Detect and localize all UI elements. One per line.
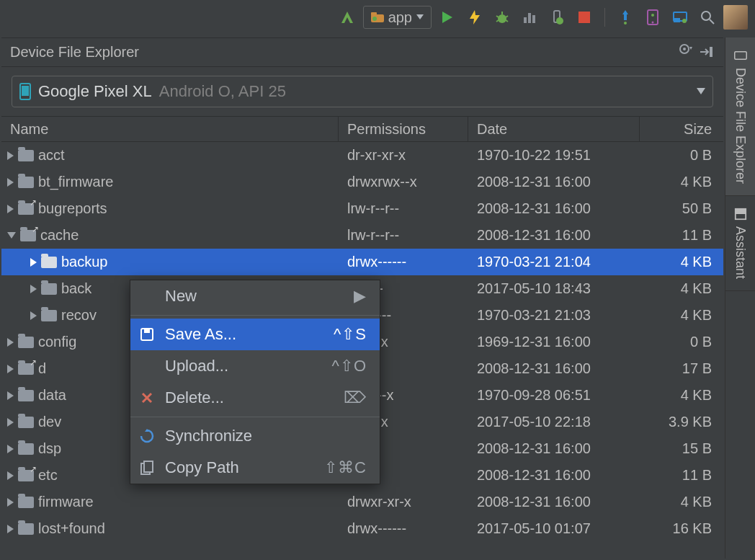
file-name: cache	[40, 227, 79, 244]
menu-item-delete[interactable]: Delete...⌦	[130, 382, 380, 414]
expand-icon[interactable]	[7, 418, 14, 427]
table-row[interactable]: acctdr-xr-xr-x1970-10-22 19:510 B	[1, 142, 723, 169]
expand-icon[interactable]	[7, 338, 14, 347]
menu-shortcut: ^⇧O	[332, 357, 367, 375]
table-row[interactable]: bt_firmwaredrwxrwx--x2008-12-31 16:004 K…	[1, 169, 723, 195]
toolbar-separator	[604, 8, 605, 27]
panel-hide-button[interactable]	[700, 44, 715, 61]
table-header: Name Permissions Date Size	[1, 116, 723, 142]
file-permissions: drwx------	[339, 520, 468, 537]
run-button[interactable]	[436, 6, 459, 29]
file-size: 11 B	[640, 227, 723, 244]
expand-icon[interactable]	[30, 258, 37, 267]
file-size: 4 KB	[640, 280, 723, 297]
svg-rect-1	[371, 12, 377, 16]
file-name: data	[38, 387, 66, 404]
file-date: 2008-12-31 16:00	[468, 360, 640, 377]
svg-point-3	[498, 14, 506, 23]
file-date: 1970-09-28 06:51	[468, 387, 640, 404]
menu-item-copy-path[interactable]: Copy Path⇧⌘C	[130, 452, 380, 484]
column-header-permissions[interactable]: Permissions	[339, 117, 468, 141]
column-header-name[interactable]: Name	[1, 117, 339, 141]
delete-icon	[139, 391, 155, 404]
expand-icon[interactable]	[7, 445, 14, 453]
stop-button[interactable]	[573, 6, 596, 29]
expand-icon[interactable]	[7, 525, 14, 533]
expand-icon[interactable]	[7, 365, 14, 373]
make-button[interactable]	[336, 6, 359, 29]
svg-point-10	[624, 22, 627, 25]
expand-icon[interactable]	[7, 205, 14, 213]
sdk-manager-button[interactable]	[669, 6, 692, 29]
module-selector[interactable]: app	[363, 6, 432, 29]
file-date: 2008-12-31 16:00	[468, 467, 640, 484]
menu-item-new[interactable]: New▶	[130, 280, 380, 312]
expand-icon[interactable]	[30, 311, 37, 320]
file-name: lost+found	[38, 520, 105, 537]
file-name: dev	[38, 414, 61, 430]
folder-icon	[18, 177, 34, 188]
panel-settings-button[interactable]	[679, 43, 693, 61]
menu-item-upload[interactable]: Upload...^⇧O	[130, 350, 380, 382]
sync-icon	[139, 429, 155, 443]
menu-item-save-as[interactable]: Save As...^⇧S	[130, 319, 380, 350]
svg-rect-27	[144, 329, 150, 333]
file-size: 15 B	[640, 440, 723, 457]
file-date: 2017-05-10 22:18	[468, 414, 640, 430]
table-row[interactable]: lost+founddrwx------2017-05-10 01:0716 K…	[1, 515, 723, 542]
profile-button[interactable]	[518, 6, 541, 29]
folder-icon	[18, 443, 34, 455]
column-header-size[interactable]: Size	[640, 117, 723, 141]
table-row[interactable]: bugreportslrw-r--r--2008-12-31 16:0050 B	[1, 195, 723, 222]
file-date: 2008-12-31 16:00	[468, 174, 640, 190]
table-row[interactable]: backupdrwx------1970-03-21 21:044 KB	[1, 249, 723, 275]
menu-item-label: Delete...	[165, 388, 334, 407]
file-size: 0 B	[640, 334, 723, 350]
device-icon	[19, 83, 31, 100]
menu-item-label: Save As...	[165, 325, 323, 344]
device-icon	[734, 49, 747, 62]
side-tab-device-file-explorer[interactable]: Device File Explorer	[725, 37, 755, 196]
user-avatar[interactable]	[723, 5, 748, 30]
collapse-icon[interactable]	[7, 232, 16, 239]
file-name: config	[38, 334, 76, 350]
expand-icon[interactable]	[7, 178, 14, 187]
attach-debugger-button[interactable]	[545, 6, 568, 29]
menu-separator	[130, 315, 380, 316]
main-toolbar: app	[0, 0, 755, 35]
svg-rect-25	[735, 209, 745, 214]
file-date: 1970-10-22 19:51	[468, 147, 640, 164]
expand-icon[interactable]	[7, 151, 14, 160]
table-row[interactable]: firmwaredrwxr-xr-x2008-12-31 16:004 KB	[1, 489, 723, 515]
expand-icon[interactable]	[7, 498, 14, 507]
column-header-date[interactable]: Date	[468, 117, 640, 141]
file-permissions: drwxr-xr-x	[339, 494, 468, 510]
sync-gradle-button[interactable]	[614, 6, 637, 29]
apply-changes-button[interactable]	[463, 6, 486, 29]
folder-icon	[20, 230, 36, 241]
file-name: backup	[61, 254, 108, 270]
svg-point-16	[682, 19, 687, 23]
folder-icon	[18, 363, 34, 375]
menu-item-synchronize[interactable]: Synchronize	[130, 420, 380, 452]
file-date: 2017-05-10 18:43	[468, 280, 640, 297]
expand-icon[interactable]	[30, 285, 37, 293]
file-date: 2008-12-31 16:00	[468, 440, 640, 457]
file-size: 3.9 KB	[640, 414, 723, 430]
search-button[interactable]	[696, 6, 719, 29]
side-tab-assistant[interactable]: Assistant	[725, 196, 755, 291]
file-permissions: drwxrwx--x	[339, 174, 468, 190]
avd-manager-button[interactable]	[641, 6, 664, 29]
folder-icon	[18, 337, 34, 348]
file-permissions: lrw-r--r--	[339, 227, 468, 244]
debug-button[interactable]	[491, 6, 514, 29]
device-api: Android O, API 25	[159, 82, 286, 101]
device-selector[interactable]: Google Pixel XL Android O, API 25	[12, 76, 713, 107]
expand-icon[interactable]	[7, 391, 14, 400]
file-size: 17 B	[640, 360, 723, 377]
submenu-arrow-icon: ▶	[354, 287, 367, 306]
file-date: 2017-05-10 01:07	[468, 520, 640, 537]
file-name: acct	[38, 147, 65, 164]
expand-icon[interactable]	[7, 471, 14, 480]
table-row[interactable]: cachelrw-r--r--2008-12-31 16:0011 B	[1, 222, 723, 249]
